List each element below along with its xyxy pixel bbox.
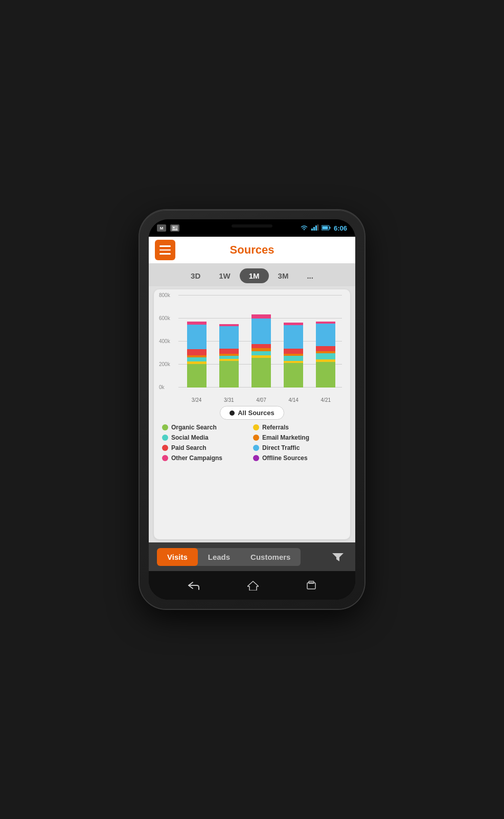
tab-visits[interactable]: Visits <box>157 548 198 566</box>
bar-organic-324 <box>187 364 207 388</box>
bar-organic-421 <box>316 362 335 388</box>
svg-marker-11 <box>247 581 259 590</box>
bar-direct-331 <box>219 326 239 349</box>
recents-button[interactable] <box>306 581 316 590</box>
grid-label-800k: 800k <box>159 292 170 298</box>
back-button[interactable] <box>188 580 200 590</box>
bar-organic-331 <box>219 361 239 388</box>
bar-social-421 <box>316 353 335 359</box>
all-sources-dot <box>230 411 235 416</box>
x-label-331: 3/31 <box>219 397 239 403</box>
legend-organic-search[interactable]: Organic Search <box>162 424 251 431</box>
home-button[interactable] <box>247 580 259 590</box>
svg-rect-8 <box>329 226 330 229</box>
all-sources-button[interactable]: All Sources <box>220 406 284 420</box>
legend-referrals[interactable]: Referrals <box>253 424 342 431</box>
bars-area <box>180 295 342 388</box>
bar-direct-421 <box>316 324 335 346</box>
bar-other-407 <box>251 314 271 318</box>
tab-more[interactable]: ... <box>297 268 323 283</box>
legend-social-media[interactable]: Social Media <box>162 434 251 441</box>
back-arrow-icon <box>188 580 200 590</box>
bar-direct-324 <box>187 325 207 349</box>
bar-324 <box>187 322 207 388</box>
grid-label-0k: 0k <box>159 384 165 390</box>
tab-1w[interactable]: 1W <box>210 268 240 283</box>
svg-rect-13 <box>309 581 314 583</box>
svg-point-2 <box>304 229 305 230</box>
menu-line-1 <box>159 245 171 247</box>
svg-rect-5 <box>315 225 317 231</box>
filter-button[interactable] <box>329 548 347 566</box>
legend-other-campaigns[interactable]: Other Campaigns <box>162 454 251 462</box>
recents-icon <box>306 581 316 590</box>
legend-email-marketing[interactable]: Email Marketing <box>253 434 342 441</box>
legend-offline-sources[interactable]: Offline Sources <box>253 454 342 462</box>
chart-area: 0k 200k 400k 600k 800k <box>158 295 346 403</box>
x-label-324: 3/24 <box>187 397 207 403</box>
bar-paid-421 <box>316 346 335 351</box>
status-right: 6:06 <box>300 224 347 232</box>
bar-social-407 <box>251 351 271 355</box>
legend-label-offline: Offline Sources <box>262 454 308 462</box>
status-icons-left: M <box>157 224 179 232</box>
menu-line-2 <box>159 249 171 251</box>
tab-3m[interactable]: 3M <box>269 268 298 283</box>
x-label-421: 4/21 <box>316 397 335 403</box>
view-tab-group: Visits Leads Customers <box>157 548 301 566</box>
legend-dot-other <box>162 455 168 461</box>
legend-dot-paid <box>162 445 168 451</box>
legend-label-referrals: Referrals <box>262 424 289 431</box>
legend-dot-social <box>162 435 168 441</box>
legend-dot-offline <box>253 455 259 461</box>
bar-paid-324 <box>187 349 207 355</box>
bar-social-324 <box>187 357 207 361</box>
grid-label-400k: 400k <box>159 338 170 344</box>
bar-paid-407 <box>251 344 271 348</box>
bar-421 <box>316 322 335 388</box>
status-bar: M 6:06 <box>149 219 355 237</box>
legend-pill: All Sources <box>158 406 346 420</box>
svg-point-1 <box>173 227 175 229</box>
legend-label-other: Other Campaigns <box>171 454 222 462</box>
legend-label-email: Email Marketing <box>262 434 309 441</box>
gmail-icon: M <box>157 224 166 232</box>
phone-speaker <box>232 224 272 228</box>
phone-device: M 6:06 <box>140 210 364 609</box>
tab-leads[interactable]: Leads <box>198 548 240 566</box>
legend-label-social: Social Media <box>171 434 209 441</box>
bar-paid-331 <box>219 349 239 354</box>
battery-icon <box>322 224 331 232</box>
legend-dot-referrals <box>253 424 259 430</box>
phone-screen: M 6:06 <box>149 219 355 600</box>
legend-dot-direct <box>253 445 259 451</box>
bar-social-414 <box>284 356 303 361</box>
svg-rect-9 <box>322 226 328 229</box>
x-label-414: 4/14 <box>284 397 303 403</box>
menu-button[interactable] <box>155 240 175 260</box>
legend-label-direct: Direct Traffic <box>262 444 300 451</box>
filter-icon <box>332 552 343 561</box>
page-title: Sources <box>175 243 329 257</box>
x-labels: 3/24 3/31 4/07 4/14 4/21 <box>180 397 342 403</box>
legend-label-paid: Paid Search <box>171 444 207 451</box>
bar-direct-407 <box>251 318 271 344</box>
android-nav-bar <box>149 571 355 600</box>
image-icon <box>170 224 179 232</box>
legend-paid-search[interactable]: Paid Search <box>162 444 251 451</box>
svg-rect-3 <box>311 229 313 231</box>
tab-3d[interactable]: 3D <box>181 268 210 283</box>
svg-rect-4 <box>313 227 315 231</box>
time-tabs: 3D 1W 1M 3M ... <box>149 263 355 286</box>
signal-icon <box>311 224 318 232</box>
wifi-icon <box>300 224 308 232</box>
bar-organic-414 <box>284 363 303 388</box>
tab-1m[interactable]: 1M <box>240 268 269 283</box>
tab-customers[interactable]: Customers <box>240 548 301 566</box>
bar-direct-414 <box>284 325 303 349</box>
app-screen: Sources 3D 1W 1M 3M ... 0k <box>149 237 355 571</box>
legend-direct-traffic[interactable]: Direct Traffic <box>253 444 342 451</box>
bar-331 <box>219 324 239 388</box>
bottom-tab-bar: Visits Leads Customers <box>149 542 355 571</box>
legend-label-organic: Organic Search <box>171 424 217 431</box>
